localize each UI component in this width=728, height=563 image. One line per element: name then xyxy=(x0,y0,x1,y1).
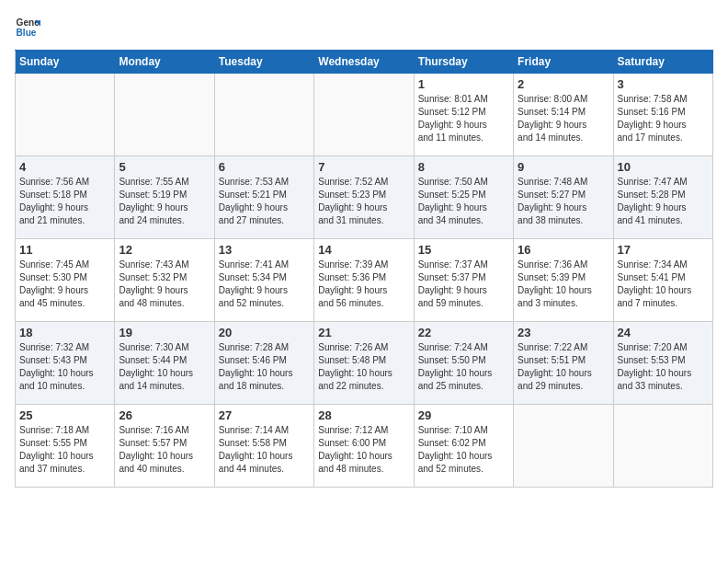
day-info: Sunrise: 7:12 AM Sunset: 6:00 PM Dayligh… xyxy=(318,424,409,476)
calendar-header-row: SundayMondayTuesdayWednesdayThursdayFrid… xyxy=(16,51,713,74)
week-row-1: 1Sunrise: 8:01 AM Sunset: 5:12 PM Daylig… xyxy=(16,74,713,156)
week-row-2: 4Sunrise: 7:56 AM Sunset: 5:18 PM Daylig… xyxy=(16,156,713,239)
col-header-sunday: Sunday xyxy=(16,51,115,74)
day-number: 7 xyxy=(318,160,409,174)
calendar-cell: 14Sunrise: 7:39 AM Sunset: 5:36 PM Dayli… xyxy=(314,239,414,322)
calendar-cell: 10Sunrise: 7:47 AM Sunset: 5:28 PM Dayli… xyxy=(613,156,712,239)
page-header: General Blue xyxy=(15,15,713,40)
day-info: Sunrise: 7:30 AM Sunset: 5:44 PM Dayligh… xyxy=(119,341,210,393)
day-info: Sunrise: 7:43 AM Sunset: 5:32 PM Dayligh… xyxy=(119,259,210,310)
calendar-cell: 21Sunrise: 7:26 AM Sunset: 5:48 PM Dayli… xyxy=(314,322,414,405)
day-info: Sunrise: 7:45 AM Sunset: 5:30 PM Dayligh… xyxy=(19,259,110,310)
calendar-cell: 12Sunrise: 7:43 AM Sunset: 5:32 PM Dayli… xyxy=(115,239,214,322)
calendar-cell: 20Sunrise: 7:28 AM Sunset: 5:46 PM Dayli… xyxy=(214,322,313,405)
calendar-cell xyxy=(514,405,613,488)
day-info: Sunrise: 7:18 AM Sunset: 5:55 PM Dayligh… xyxy=(19,424,110,476)
calendar-cell: 19Sunrise: 7:30 AM Sunset: 5:44 PM Dayli… xyxy=(115,322,214,405)
calendar-cell: 25Sunrise: 7:18 AM Sunset: 5:55 PM Dayli… xyxy=(16,405,115,488)
day-info: Sunrise: 7:55 AM Sunset: 5:19 PM Dayligh… xyxy=(119,176,210,227)
day-info: Sunrise: 7:10 AM Sunset: 6:02 PM Dayligh… xyxy=(418,424,509,476)
calendar-cell: 22Sunrise: 7:24 AM Sunset: 5:50 PM Dayli… xyxy=(414,322,513,405)
col-header-monday: Monday xyxy=(115,51,214,74)
day-number: 14 xyxy=(318,243,409,257)
day-info: Sunrise: 7:56 AM Sunset: 5:18 PM Dayligh… xyxy=(19,176,110,227)
calendar-cell: 28Sunrise: 7:12 AM Sunset: 6:00 PM Dayli… xyxy=(314,405,414,488)
day-number: 24 xyxy=(618,326,709,339)
col-header-saturday: Saturday xyxy=(613,51,712,74)
day-info: Sunrise: 7:53 AM Sunset: 5:21 PM Dayligh… xyxy=(219,176,310,227)
day-number: 25 xyxy=(19,408,110,422)
day-info: Sunrise: 7:48 AM Sunset: 5:27 PM Dayligh… xyxy=(518,176,609,227)
day-number: 19 xyxy=(119,326,210,339)
day-info: Sunrise: 7:36 AM Sunset: 5:39 PM Dayligh… xyxy=(518,259,609,310)
col-header-tuesday: Tuesday xyxy=(214,51,313,74)
day-info: Sunrise: 7:41 AM Sunset: 5:34 PM Dayligh… xyxy=(219,259,310,310)
col-header-friday: Friday xyxy=(514,51,613,74)
calendar-cell xyxy=(16,74,115,156)
day-number: 17 xyxy=(618,243,709,257)
calendar-cell: 23Sunrise: 7:22 AM Sunset: 5:51 PM Dayli… xyxy=(514,322,613,405)
day-number: 12 xyxy=(119,243,210,257)
day-info: Sunrise: 8:01 AM Sunset: 5:12 PM Dayligh… xyxy=(418,93,509,144)
day-info: Sunrise: 7:26 AM Sunset: 5:48 PM Dayligh… xyxy=(318,341,409,393)
day-number: 28 xyxy=(318,408,409,422)
week-row-4: 18Sunrise: 7:32 AM Sunset: 5:43 PM Dayli… xyxy=(16,322,713,405)
calendar-cell: 13Sunrise: 7:41 AM Sunset: 5:34 PM Dayli… xyxy=(214,239,313,322)
day-number: 5 xyxy=(119,160,210,174)
day-number: 21 xyxy=(318,326,409,339)
day-info: Sunrise: 7:47 AM Sunset: 5:28 PM Dayligh… xyxy=(618,176,709,227)
logo-icon: General Blue xyxy=(15,15,40,40)
day-number: 11 xyxy=(19,243,110,257)
day-number: 26 xyxy=(119,408,210,422)
day-info: Sunrise: 7:39 AM Sunset: 5:36 PM Dayligh… xyxy=(318,259,409,310)
day-number: 6 xyxy=(219,160,310,174)
day-info: Sunrise: 8:00 AM Sunset: 5:14 PM Dayligh… xyxy=(518,93,609,144)
svg-text:General: General xyxy=(17,17,40,28)
day-info: Sunrise: 7:32 AM Sunset: 5:43 PM Dayligh… xyxy=(19,341,110,393)
day-number: 23 xyxy=(518,326,609,339)
day-info: Sunrise: 7:37 AM Sunset: 5:37 PM Dayligh… xyxy=(418,259,509,310)
calendar-cell: 6Sunrise: 7:53 AM Sunset: 5:21 PM Daylig… xyxy=(214,156,313,239)
calendar-cell: 5Sunrise: 7:55 AM Sunset: 5:19 PM Daylig… xyxy=(115,156,214,239)
calendar-cell: 7Sunrise: 7:52 AM Sunset: 5:23 PM Daylig… xyxy=(314,156,414,239)
day-number: 1 xyxy=(418,77,509,91)
calendar-cell: 26Sunrise: 7:16 AM Sunset: 5:57 PM Dayli… xyxy=(115,405,214,488)
day-number: 29 xyxy=(418,408,509,422)
calendar-cell: 27Sunrise: 7:14 AM Sunset: 5:58 PM Dayli… xyxy=(214,405,313,488)
week-row-3: 11Sunrise: 7:45 AM Sunset: 5:30 PM Dayli… xyxy=(16,239,713,322)
calendar-cell xyxy=(314,74,414,156)
calendar-cell xyxy=(214,74,313,156)
calendar-cell xyxy=(115,74,214,156)
day-number: 22 xyxy=(418,326,509,339)
day-number: 9 xyxy=(518,160,609,174)
col-header-wednesday: Wednesday xyxy=(314,51,414,74)
day-number: 10 xyxy=(618,160,709,174)
calendar-cell: 3Sunrise: 7:58 AM Sunset: 5:16 PM Daylig… xyxy=(613,74,712,156)
day-info: Sunrise: 7:52 AM Sunset: 5:23 PM Dayligh… xyxy=(318,176,409,227)
week-row-5: 25Sunrise: 7:18 AM Sunset: 5:55 PM Dayli… xyxy=(16,405,713,488)
day-number: 15 xyxy=(418,243,509,257)
calendar-cell: 11Sunrise: 7:45 AM Sunset: 5:30 PM Dayli… xyxy=(16,239,115,322)
day-info: Sunrise: 7:22 AM Sunset: 5:51 PM Dayligh… xyxy=(518,341,609,393)
day-info: Sunrise: 7:24 AM Sunset: 5:50 PM Dayligh… xyxy=(418,341,509,393)
day-number: 18 xyxy=(19,326,110,339)
day-info: Sunrise: 7:20 AM Sunset: 5:53 PM Dayligh… xyxy=(618,341,709,393)
day-number: 20 xyxy=(219,326,310,339)
day-number: 16 xyxy=(518,243,609,257)
calendar-cell: 9Sunrise: 7:48 AM Sunset: 5:27 PM Daylig… xyxy=(514,156,613,239)
col-header-thursday: Thursday xyxy=(414,51,513,74)
calendar-cell: 8Sunrise: 7:50 AM Sunset: 5:25 PM Daylig… xyxy=(414,156,513,239)
calendar-table: SundayMondayTuesdayWednesdayThursdayFrid… xyxy=(15,50,713,488)
day-number: 13 xyxy=(219,243,310,257)
calendar-cell: 17Sunrise: 7:34 AM Sunset: 5:41 PM Dayli… xyxy=(613,239,712,322)
day-info: Sunrise: 7:58 AM Sunset: 5:16 PM Dayligh… xyxy=(618,93,709,144)
day-info: Sunrise: 7:50 AM Sunset: 5:25 PM Dayligh… xyxy=(418,176,509,227)
calendar-cell: 29Sunrise: 7:10 AM Sunset: 6:02 PM Dayli… xyxy=(414,405,513,488)
day-info: Sunrise: 7:34 AM Sunset: 5:41 PM Dayligh… xyxy=(618,259,709,310)
day-info: Sunrise: 7:14 AM Sunset: 5:58 PM Dayligh… xyxy=(219,424,310,476)
day-number: 3 xyxy=(618,77,709,91)
calendar-cell xyxy=(613,405,712,488)
calendar-cell: 4Sunrise: 7:56 AM Sunset: 5:18 PM Daylig… xyxy=(16,156,115,239)
day-info: Sunrise: 7:28 AM Sunset: 5:46 PM Dayligh… xyxy=(219,341,310,393)
day-info: Sunrise: 7:16 AM Sunset: 5:57 PM Dayligh… xyxy=(119,424,210,476)
